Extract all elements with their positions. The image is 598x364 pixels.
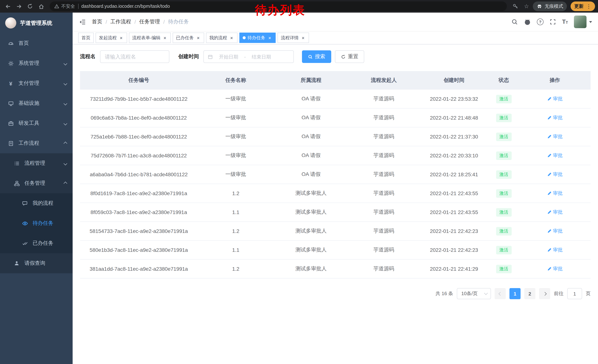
sidebar-item-infrastructure[interactable]: 基础设施 (0, 93, 73, 113)
task-id: 75d72608-7b7f-11ec-a3c8-acde48001122 (80, 146, 198, 165)
page-button-1[interactable]: 1 (509, 288, 521, 299)
breadcrumb-separator: / (163, 19, 165, 25)
approve-button[interactable]: 审批 (547, 96, 563, 102)
sidebar-item-my-process[interactable]: 我的流程 (0, 193, 73, 213)
process-name-input[interactable] (100, 50, 169, 63)
tab-my-process[interactable]: 我的流程 × (206, 32, 238, 43)
breadcrumb-item[interactable]: 任务管理 (139, 18, 160, 25)
approve-button[interactable]: 审批 (547, 114, 563, 121)
process-name: OA 请假 (274, 108, 348, 127)
created-time: 2022-01-22 23:53:32 (420, 90, 489, 108)
pen-icon (547, 172, 551, 177)
back-icon[interactable] (3, 1, 13, 11)
sidebar: 芋道管理系统 首页 系统管理 ¥ 支付管理 (0, 13, 73, 364)
tab-home[interactable]: 首页 (78, 32, 94, 43)
task-name: 1.2 (198, 259, 274, 278)
created-time: 2022-01-22 21:37:30 (420, 127, 489, 146)
prev-page-button[interactable] (495, 288, 506, 299)
sidebar-collapse-icon[interactable] (78, 17, 87, 26)
process-name: 测试多审批人 (274, 203, 348, 222)
key-icon[interactable] (511, 1, 520, 11)
user-menu[interactable] (574, 16, 592, 28)
start-date-input[interactable] (215, 54, 243, 59)
approve-button[interactable]: 审批 (547, 247, 563, 253)
approve-button[interactable]: 审批 (547, 152, 563, 159)
task-submenu: 我的流程 待办任务 已办任务 (0, 193, 73, 253)
tab-process-form-edit[interactable]: 流程表单-编辑 × (129, 32, 171, 43)
table-header-row: 任务编号 任务名称 所属流程 流程发起人 创建时间 状态 操作 (80, 71, 590, 90)
page-size-select[interactable]: 10条/页 (457, 288, 491, 299)
approve-button[interactable]: 审批 (547, 190, 563, 197)
sidebar-item-todo-task[interactable]: 待办任务 (0, 213, 73, 233)
pagination: 共 16 条 10条/页 1 2 前往 页 (80, 288, 590, 299)
active-dot (243, 36, 246, 39)
update-button[interactable]: 更新 ⋮ (571, 1, 595, 11)
home-icon[interactable] (36, 1, 46, 11)
bookmark-star-icon[interactable]: ☆ (522, 1, 531, 11)
github-icon[interactable] (524, 18, 531, 25)
pen-icon (547, 153, 551, 158)
font-size-icon[interactable]: TT (562, 18, 568, 25)
sidebar-item-devtools[interactable]: 研发工具 (0, 113, 73, 133)
breadcrumb-item[interactable]: 工作流程 (110, 18, 131, 25)
tab-todo-task[interactable]: 待办任务 × (239, 32, 276, 43)
close-icon[interactable]: × (162, 35, 167, 40)
goto-page-input[interactable] (567, 288, 582, 299)
page-button-2[interactable]: 2 (524, 288, 535, 299)
approve-button[interactable]: 审批 (547, 266, 563, 272)
screen: 不安全 dashboard.yudao.iocoder.cn/bpm/task/… (0, 0, 598, 364)
tab-process-detail[interactable]: 流程详情 × (277, 32, 309, 43)
sidebar-item-workflow[interactable]: 工作流程 (0, 133, 73, 153)
sidebar-item-process-mgmt[interactable]: 流程管理 (0, 153, 73, 173)
approve-button[interactable]: 审批 (547, 171, 563, 178)
tab-start-process[interactable]: 发起流程 × (96, 32, 127, 43)
next-page-button[interactable] (539, 288, 550, 299)
pen-icon (547, 267, 551, 271)
close-icon[interactable]: × (229, 35, 234, 40)
sidebar-item-done-task[interactable]: 已办任务 (0, 233, 73, 253)
fullscreen-icon[interactable] (549, 18, 556, 25)
approve-button[interactable]: 审批 (547, 228, 563, 235)
reset-button[interactable]: 重置 (335, 50, 364, 63)
browser-menu-icon[interactable]: ⋮ (586, 3, 591, 9)
security-label: 不安全 (61, 3, 75, 9)
column-header: 所属流程 (274, 71, 348, 90)
close-icon[interactable]: × (196, 35, 201, 40)
pen-icon (547, 248, 551, 252)
sidebar-item-system[interactable]: 系统管理 (0, 53, 73, 73)
sidebar-item-home[interactable]: 首页 (0, 33, 73, 53)
sidebar-item-label: 我的流程 (33, 200, 67, 207)
search-icon[interactable] (511, 18, 518, 25)
chevron-down-icon (64, 101, 67, 105)
chevron-down-icon (64, 81, 67, 85)
sidebar-item-payment[interactable]: ¥ 支付管理 (0, 73, 73, 93)
task-id: 58154733-7ac8-11ec-a9e2-a2380e71991a (80, 222, 198, 241)
table-row: 75d72608-7b7f-11ec-a3c8-acde48001122 一级审… (80, 146, 590, 165)
close-icon[interactable]: × (119, 35, 124, 40)
dashboard-icon (8, 40, 14, 47)
date-range-picker[interactable]: - (203, 50, 294, 63)
forward-icon[interactable] (14, 1, 24, 11)
approve-button[interactable]: 审批 (547, 133, 563, 140)
sidebar-item-task-mgmt[interactable]: 任务管理 (0, 173, 73, 193)
app-logo[interactable]: 芋道管理系统 (0, 13, 73, 33)
table-row: 725a1eb6-7b88-11ec-8ef0-acde48001122 一级审… (80, 127, 590, 146)
end-date-input[interactable] (247, 54, 275, 59)
incognito-label: 无痕模式 (545, 3, 563, 9)
tab-done-task[interactable]: 已办任务 × (173, 32, 204, 43)
sidebar-item-leave-query[interactable]: 请假查询 (0, 253, 73, 273)
refresh-icon[interactable] (25, 1, 35, 11)
process-name: OA 请假 (274, 90, 348, 108)
sidebar-item-label: 已办任务 (33, 240, 67, 247)
breadcrumb-item[interactable]: 首页 (92, 18, 102, 25)
search-button[interactable]: 搜索 (302, 50, 331, 63)
close-icon[interactable]: × (300, 35, 306, 40)
annotation-overlay: 待办列表 (255, 2, 305, 18)
security-indicator[interactable]: 不安全 (54, 3, 75, 9)
avatar[interactable] (574, 16, 587, 28)
approve-button[interactable]: 审批 (547, 209, 563, 216)
process-name: 测试多审批人 (274, 241, 348, 259)
close-icon[interactable]: × (267, 35, 272, 40)
column-header: 操作 (519, 71, 590, 90)
help-icon[interactable]: ? (537, 18, 544, 25)
